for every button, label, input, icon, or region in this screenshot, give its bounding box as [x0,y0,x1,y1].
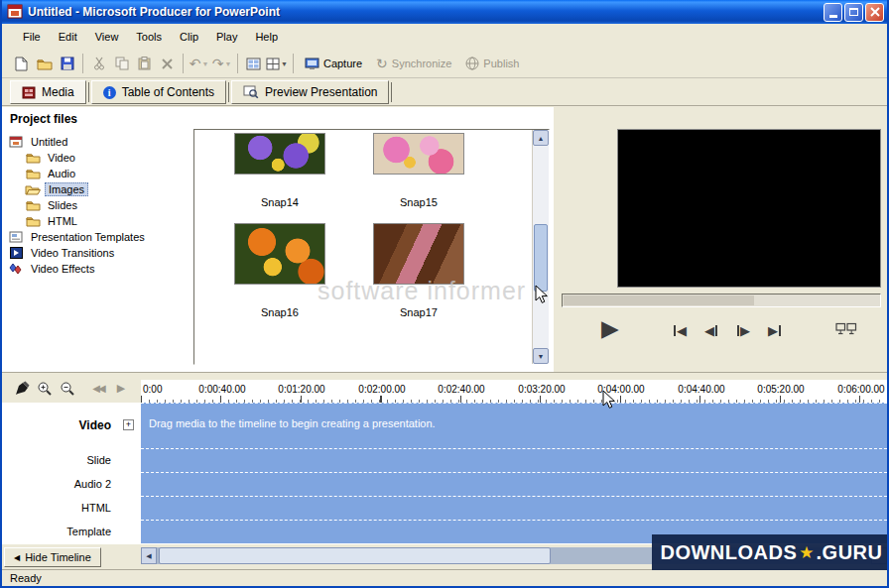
track-label-video[interactable]: Video + [2,403,141,448]
timeline-ruler[interactable]: 0:00 0:00:40.00 0:01:20.00 0:02:00.00 0:… [141,380,887,404]
tab-table-of-contents[interactable]: i Table of Contents [91,80,226,104]
next-clip-button[interactable]: ▶ [768,323,782,338]
scroll-up-button[interactable]: ▲ [533,130,549,146]
track-label-html[interactable]: HTML [2,496,141,520]
slide-view-icon [246,58,261,70]
media-item-snap16[interactable]: Snap16 [210,220,349,330]
undo-button[interactable]: ↶ ▼ [188,53,210,74]
toolbar-separator [183,54,184,73]
track-label: HTML [81,502,111,514]
previous-clip-button[interactable]: ◀ [673,323,687,338]
thumbnails-scrollbar[interactable]: ▲ ▼ [532,130,549,364]
scroll-left-button[interactable]: ◀ [141,547,157,564]
track-label-template[interactable]: Template [2,520,141,543]
delete-button[interactable] [156,53,179,74]
video-track[interactable]: Drag media to the timeline to begin crea… [141,403,887,448]
step-forward-button[interactable]: ▶ [736,323,750,338]
menu-view[interactable]: View [86,27,128,47]
play-icon: ▶ [117,382,125,395]
new-button[interactable] [10,53,33,74]
save-button[interactable] [56,53,78,74]
minimize-button[interactable] [824,3,842,22]
open-folder-icon [37,58,53,70]
transitions-icon [8,247,24,259]
tree-item-presentation-templates[interactable]: Presentation Templates [8,229,189,245]
menu-play[interactable]: Play [207,27,246,47]
tree-item-audio[interactable]: Audio [8,166,189,181]
timeline-edit-tool-button[interactable] [12,379,32,399]
menu-clip[interactable]: Clip [171,27,207,47]
tree-item-slides[interactable]: Slides [8,197,189,213]
thumbnail-image[interactable] [234,223,325,285]
menu-tools[interactable]: Tools [127,27,171,47]
toolbar-separator [237,54,238,73]
media-item-snap17[interactable]: Snap17 [349,220,488,330]
publish-label: Publish [483,58,519,69]
timeline-track-area[interactable]: Drag media to the timeline to begin crea… [141,403,887,543]
synchronize-icon: ↻ [376,56,388,71]
scroll-down-button[interactable]: ▼ [533,348,549,364]
tree-item-label: Slides [45,199,80,211]
paste-icon [138,57,151,70]
thumbnail-image[interactable] [234,133,325,175]
media-item-snap14[interactable]: Snap14 [210,130,349,220]
toolbar: ↶ ▼ ↷ ▼ ▼ Capture ↻ Synchronize Publish [2,50,887,78]
title-bar[interactable]: Untitled - Microsoft Producer for PowerP… [2,0,887,24]
preview-tab-icon [243,85,259,99]
thumbnail-image[interactable] [373,223,464,285]
audio2-track[interactable] [141,472,887,496]
synchronize-label: Synchronize [392,58,452,69]
minimize-icon [829,15,837,18]
tree-item-video-effects[interactable]: Video Effects [8,261,189,277]
synchronize-button[interactable]: ↻ Synchronize [369,53,458,74]
capture-label: Capture [323,58,362,69]
tree-item-images[interactable]: Images [8,181,189,197]
track-label-slide[interactable]: Slide [2,448,141,472]
preview-video-screen [617,129,881,288]
open-button[interactable] [33,53,56,74]
timeline-rewind-button[interactable]: ◀◀ [88,379,108,399]
seek-bar[interactable] [562,294,881,307]
display-mode-button[interactable] [835,322,857,338]
tab-media[interactable]: Media [10,80,86,104]
scrollbar-thumb[interactable] [159,547,551,564]
play-button[interactable]: ▶ [601,315,619,342]
publish-button[interactable]: Publish [458,53,526,74]
hide-timeline-button[interactable]: ◀ Hide Timeline [4,547,101,567]
menu-edit[interactable]: Edit [50,27,86,47]
paste-button[interactable] [133,53,156,74]
scrollbar-thumb[interactable] [534,224,548,292]
slide-view-button[interactable] [242,53,265,74]
step-back-button[interactable]: ◀ [704,323,718,338]
tree-item-video[interactable]: Video [8,150,189,166]
zoom-in-icon [37,381,53,397]
tree-item-html[interactable]: HTML [8,213,189,229]
tab-preview-presentation[interactable]: Preview Presentation [231,80,389,104]
thumbnail-image[interactable] [373,133,464,175]
slide-track[interactable] [141,448,887,472]
tree-item-untitled[interactable]: Untitled [8,134,189,150]
close-button[interactable] [865,3,884,22]
ruler-label: 0:02:40.00 [424,384,499,395]
ruler-label: 0:00:40.00 [185,384,260,395]
zoom-out-button[interactable] [58,379,77,399]
html-track[interactable] [141,496,887,520]
menu-help[interactable]: Help [246,27,287,47]
expand-video-track-button[interactable]: + [123,419,134,430]
media-item-snap15[interactable]: Snap15 [349,130,488,220]
zoom-in-button[interactable] [35,379,55,399]
capture-button[interactable]: Capture [298,53,369,74]
redo-button[interactable]: ↷ ▼ [210,53,233,74]
maximize-button[interactable] [844,3,863,22]
copy-button[interactable] [110,53,133,74]
track-label-audio2[interactable]: Audio 2 [2,472,141,496]
watermark-part1: DOWNLOADS [660,541,797,564]
ruler-label: 0:06:00.00 [824,384,887,395]
previous-icon: ◀ [677,323,687,338]
tree-item-video-transitions[interactable]: Video Transitions [8,245,189,261]
cut-button[interactable] [87,53,110,74]
menu-file[interactable]: File [14,27,50,47]
collapse-arrow-icon: ◀ [14,553,20,562]
grid-view-button[interactable]: ▼ [265,53,289,74]
timeline-play-button[interactable]: ▶ [111,379,131,399]
